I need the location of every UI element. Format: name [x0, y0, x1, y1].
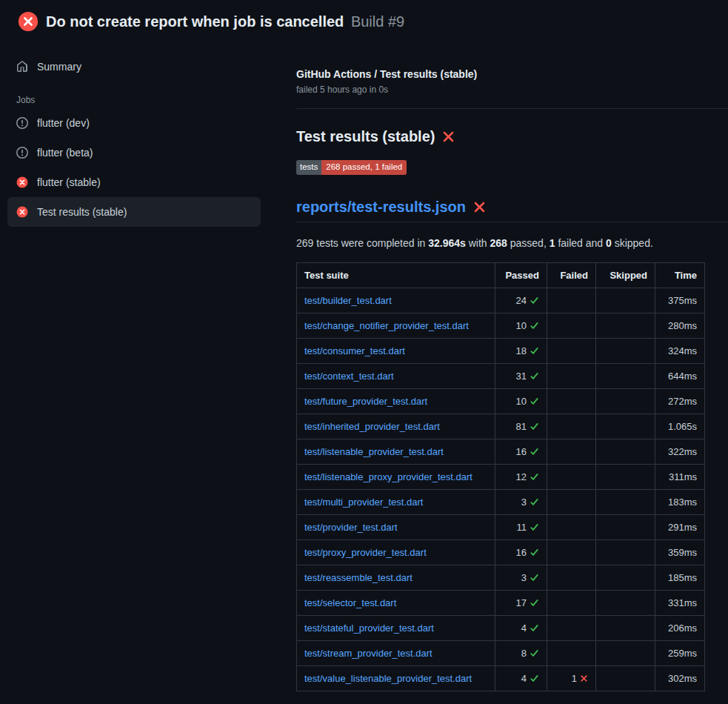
- skipped-cell: [596, 439, 655, 464]
- skipped-cell: [596, 590, 655, 615]
- time-cell: 206ms: [655, 615, 705, 640]
- test-suite-cell: test/value_listenable_provider_test.dart: [297, 665, 495, 691]
- check-icon: [530, 321, 539, 331]
- summary-segment: passed,: [507, 237, 550, 249]
- test-suite-link[interactable]: test/context_test.dart: [304, 371, 394, 382]
- test-suite-link[interactable]: test/consumer_test.dart: [304, 345, 405, 356]
- skipped-cell: [596, 489, 655, 514]
- failed-cell: [547, 439, 596, 464]
- failed-cell: [547, 565, 596, 590]
- test-suite-link[interactable]: test/builder_test.dart: [304, 295, 392, 306]
- test-suite-cell: test/change_notifier_provider_test.dart: [297, 313, 495, 338]
- check-icon: [530, 548, 539, 557]
- check-icon: [530, 522, 539, 532]
- passed-cell: 8: [495, 640, 547, 665]
- check-icon: [530, 623, 539, 633]
- passed-cell: 18: [495, 338, 547, 363]
- table-row: test/listenable_proxy_provider_test.dart…: [297, 464, 705, 489]
- test-suite-link[interactable]: test/value_listenable_provider_test.dart: [304, 673, 472, 684]
- results-table-head: Test suite Passed Failed Skipped Time: [297, 262, 705, 288]
- failed-cell: [547, 615, 596, 640]
- breadcrumb: GitHub Actions / Test results (stable): [296, 68, 728, 80]
- tests-badge: tests 268 passed, 1 failed: [296, 160, 407, 175]
- test-suite-cell: test/stream_provider_test.dart: [297, 640, 495, 665]
- test-suite-link[interactable]: test/multi_provider_test.dart: [304, 497, 423, 508]
- passed-cell: 81: [495, 414, 547, 439]
- test-suite-link[interactable]: test/reassemble_test.dart: [304, 572, 413, 583]
- failed-status-icon: [18, 11, 39, 32]
- sidebar-item-test-results-stable[interactable]: Test results (stable): [7, 197, 261, 227]
- passed-cell: 17: [495, 590, 547, 615]
- test-suite-link[interactable]: test/listenable_provider_test.dart: [304, 446, 444, 457]
- sidebar-item-flutter-dev[interactable]: flutter (dev): [7, 108, 261, 138]
- skipped-cell: [596, 665, 655, 691]
- test-suite-link[interactable]: test/stateful_provider_test.dart: [304, 622, 434, 634]
- table-row: test/multi_provider_test.dart3183ms: [297, 489, 705, 514]
- main-content: GitHub Actions / Test results (stable) f…: [273, 41, 728, 691]
- report-file-link[interactable]: reports/test-results.json: [296, 199, 466, 216]
- skipped-cell: [596, 565, 655, 590]
- sidebar-item-summary[interactable]: Summary: [7, 52, 261, 82]
- table-header-row: Test suite Passed Failed Skipped Time: [297, 262, 705, 288]
- table-row: test/consumer_test.dart18324ms: [297, 338, 705, 363]
- time-cell: 291ms: [655, 514, 705, 539]
- time-cell: 183ms: [655, 489, 705, 514]
- passed-cell: 16: [495, 439, 547, 464]
- check-icon: [530, 674, 539, 683]
- workflow-run-title: Do not create report when job is cancell…: [46, 13, 344, 30]
- sidebar: Summary Jobs flutter (dev)flutter (beta)…: [0, 41, 273, 227]
- failed-cell: [547, 388, 596, 414]
- test-suite-link[interactable]: test/future_provider_test.dart: [304, 396, 427, 407]
- table-row: test/stateful_provider_test.dart4206ms: [297, 615, 705, 640]
- check-icon: [530, 422, 539, 431]
- table-row: test/proxy_provider_test.dart16359ms: [297, 539, 705, 565]
- test-suite-cell: test/builder_test.dart: [297, 288, 495, 313]
- sidebar-item-flutter-beta[interactable]: flutter (beta): [7, 138, 261, 167]
- summary-segment: skipped.: [612, 237, 653, 249]
- column-header-skipped: Skipped: [596, 262, 655, 288]
- count-value: 81: [516, 421, 527, 432]
- failed-cell: [547, 514, 596, 539]
- failed-cell: [547, 640, 596, 665]
- skipped-cell: [596, 388, 655, 414]
- count-value: 1: [572, 673, 577, 684]
- test-suite-cell: test/future_provider_test.dart: [297, 388, 495, 414]
- skipped-cell: [596, 363, 655, 388]
- time-cell: 272ms: [655, 388, 705, 414]
- table-row: test/future_provider_test.dart10272ms: [297, 388, 705, 414]
- test-suite-link[interactable]: test/inherited_provider_test.dart: [304, 421, 440, 432]
- time-cell: 1.065s: [655, 414, 705, 439]
- check-icon: [530, 648, 539, 658]
- count-value: 18: [516, 345, 527, 356]
- count-value: 3: [521, 572, 527, 583]
- sidebar-item-label: flutter (stable): [37, 176, 101, 188]
- passed-cell: 10: [495, 388, 547, 414]
- test-suite-link[interactable]: test/stream_provider_test.dart: [304, 648, 433, 659]
- test-suite-link[interactable]: test/listenable_proxy_provider_test.dart: [304, 471, 472, 482]
- divider: [296, 222, 728, 222]
- summary-failed-count: 1: [550, 237, 555, 249]
- test-suite-link[interactable]: test/selector_test.dart: [304, 597, 396, 608]
- summary-skipped-count: 0: [606, 237, 612, 249]
- test-suite-link[interactable]: test/proxy_provider_test.dart: [304, 547, 427, 558]
- time-cell: 185ms: [655, 565, 705, 590]
- test-suite-link[interactable]: test/change_notifier_provider_test.dart: [304, 320, 469, 331]
- summary-segment: with: [466, 237, 490, 249]
- sidebar-item-flutter-stable[interactable]: flutter (stable): [7, 167, 261, 197]
- check-icon: [530, 497, 539, 507]
- badge-value: 268 passed, 1 failed: [321, 160, 407, 175]
- check-icon: [530, 573, 539, 582]
- run-status-line: failed 5 hours ago in 0s: [296, 84, 728, 95]
- count-value: 31: [516, 371, 527, 382]
- build-number: Build #9: [351, 13, 404, 30]
- failed-cell: [547, 414, 596, 439]
- time-cell: 331ms: [655, 590, 705, 615]
- failed-cell: [547, 338, 596, 363]
- sidebar-item-label: flutter (dev): [37, 117, 90, 129]
- sidebar-item-label: flutter (beta): [37, 147, 93, 159]
- summary-total-time: 32.964s: [428, 237, 466, 249]
- passed-cell: 4: [495, 615, 547, 640]
- table-row: test/provider_test.dart11291ms: [297, 514, 705, 539]
- table-row: test/builder_test.dart24375ms: [297, 288, 705, 313]
- test-suite-link[interactable]: test/provider_test.dart: [304, 522, 398, 533]
